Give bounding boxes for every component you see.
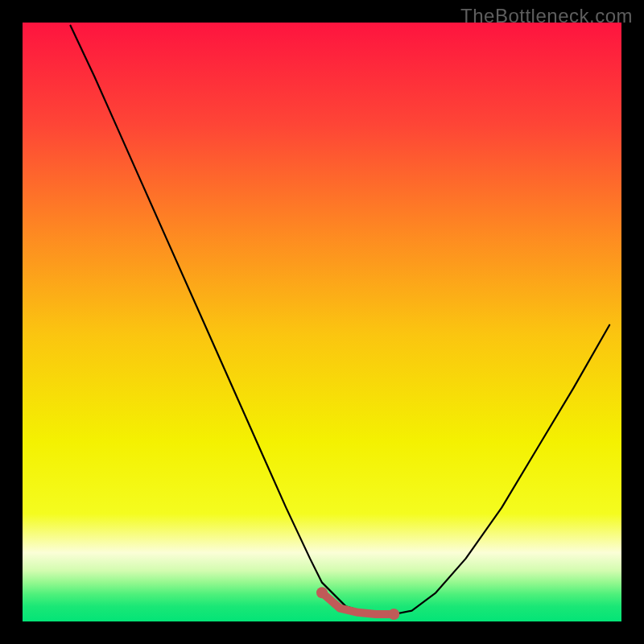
watermark-text: TheBottleneck.com (460, 5, 633, 27)
highlight-dot (316, 587, 328, 598)
chart-frame: TheBottleneck.com (0, 0, 644, 644)
highlight-dot (388, 609, 399, 620)
plot-area (23, 23, 621, 621)
chart-svg (23, 23, 621, 621)
gradient-background (23, 23, 621, 621)
